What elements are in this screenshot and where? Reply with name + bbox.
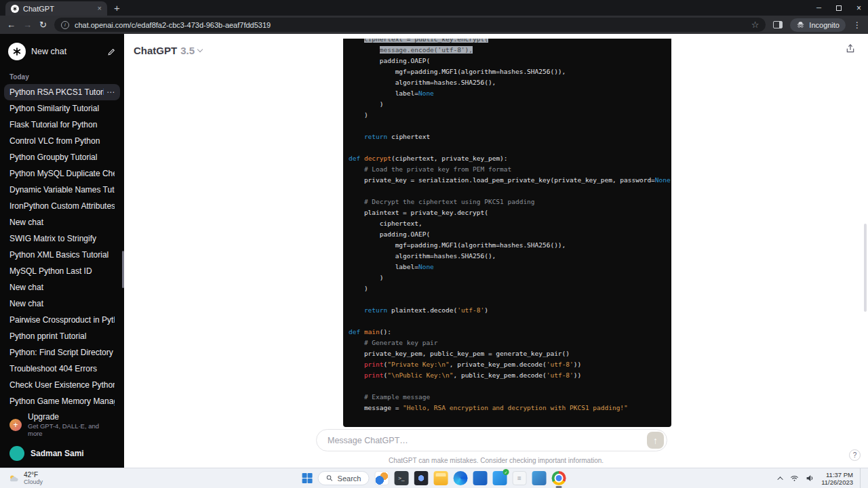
share-button[interactable] <box>844 42 857 56</box>
profile-button[interactable]: Sadman Sami <box>4 441 120 464</box>
code-line: padding.OAEP( <box>349 229 666 240</box>
side-panel-icon[interactable] <box>773 21 783 28</box>
sidebar-chat-item[interactable]: Python XML Basics Tutorial <box>4 247 120 263</box>
start-button[interactable] <box>302 473 313 483</box>
clock-date: 11/26/2023 <box>821 479 853 486</box>
browser-menu-icon[interactable]: ⋮ <box>853 20 861 30</box>
message-input[interactable] <box>326 435 647 446</box>
code-line: message = "Hello, RSA encryption and dec… <box>349 403 666 413</box>
sidebar-chat-item[interactable]: Check User Existence Python <box>4 377 120 393</box>
url-text[interactable]: chat.openai.com/c/edaf8fa2-cbc3-473d-963… <box>75 21 746 29</box>
volume-icon[interactable] <box>806 474 814 483</box>
chat-item-label: Flask Tutorial for Python <box>9 120 115 129</box>
sidebar-chat-item[interactable]: Control VLC from Python <box>4 133 120 149</box>
sidebar-chat-item[interactable]: New chat <box>4 214 120 230</box>
sidebar-chat-item[interactable]: Python Game Memory Management <box>4 393 120 408</box>
code-line <box>349 186 666 197</box>
site-info-icon[interactable]: i <box>61 21 69 29</box>
sidebar-chat-item[interactable]: MySQL Python Last ID <box>4 263 120 279</box>
sidebar-chat-item[interactable]: Flask Tutorial for Python <box>4 117 120 133</box>
new-tab-button[interactable]: + <box>114 2 120 14</box>
chat-item-label: Dynamic Variable Names Tutorial <box>9 185 115 195</box>
sidebar-chat-item[interactable]: Python: Find Script Directory <box>4 344 120 361</box>
taskbar-app-explorer-icon[interactable] <box>433 471 448 485</box>
help-button[interactable]: ? <box>849 449 861 461</box>
chatgpt-favicon-icon <box>11 5 19 13</box>
code-line: private_key_pem, public_key_pem = genera… <box>349 348 666 359</box>
wifi-icon[interactable] <box>790 474 799 483</box>
chat-item-label: Python XML Basics Tutorial <box>9 250 115 260</box>
model-version: 3.5 <box>180 45 195 56</box>
taskbar-search[interactable]: Search <box>318 471 370 485</box>
sidebar-chat-item[interactable]: Python Groupby Tutorial <box>4 149 120 165</box>
taskbar-app-terminal-icon[interactable] <box>394 471 408 485</box>
sidebar-chat-item[interactable]: Pairwise Crossproduct in Python <box>4 312 120 328</box>
chat-main: ChatGPT 3.5 ciphertext = public_key.encr… <box>124 34 868 468</box>
send-button[interactable]: ↑ <box>647 432 664 449</box>
sidebar-chat-item[interactable]: Dynamic Variable Names Tutorial <box>4 182 120 198</box>
code-line <box>349 121 666 131</box>
code-line <box>349 142 666 153</box>
incognito-spy-icon <box>796 20 805 29</box>
weather-widget[interactable]: 42°F Cloudy <box>0 471 51 486</box>
chat-item-label: Check User Existence Python <box>9 380 115 390</box>
sidebar-chat-item[interactable]: Troubleshoot 404 Errors <box>4 361 120 377</box>
bookmark-star-icon[interactable]: ☆ <box>751 20 760 30</box>
share-icon <box>845 43 856 54</box>
sidebar-chat-item[interactable]: Python MySQL Duplicate Check <box>4 165 120 182</box>
taskbar-app-code-icon[interactable] <box>532 471 546 485</box>
chat-item-options-icon[interactable]: ⋯ <box>106 87 115 97</box>
code-line: mgf=padding.MGF1(algorithm=hashes.SHA256… <box>349 66 666 77</box>
forward-button[interactable]: → <box>23 20 32 29</box>
taskbar-app-checked-icon[interactable]: ✓ <box>492 471 507 485</box>
window-minimize-button[interactable]: ─ <box>816 4 821 12</box>
taskbar-app-people-icon[interactable] <box>374 471 389 485</box>
code-line: return ciphertext <box>349 131 666 142</box>
taskbar-app-notes-icon[interactable] <box>512 471 526 485</box>
code-line: algorithm=hashes.SHA256(), <box>349 251 666 262</box>
new-chat-pencil-icon[interactable] <box>107 47 116 56</box>
sidebar-chat-item[interactable]: Python Similarity Tutorial <box>4 100 120 117</box>
back-button[interactable]: ← <box>7 20 16 29</box>
code-line: mgf=padding.MGF1(algorithm=hashes.SHA256… <box>349 240 666 251</box>
taskbar-app-word-icon[interactable] <box>473 471 487 485</box>
sidebar-chat-item[interactable]: New chat <box>4 296 120 312</box>
taskbar-app-chrome-icon[interactable] <box>551 471 566 485</box>
sidebar-chat-item[interactable]: Python pprint Tutorial <box>4 328 120 344</box>
tray-chevron-up-icon[interactable] <box>777 476 783 482</box>
chat-scrollbar[interactable] <box>864 224 867 312</box>
code-line: print("Private Key:\n", private_key_pem.… <box>349 359 666 370</box>
taskbar-clock[interactable]: 11:37 PM 11/26/2023 <box>821 471 853 486</box>
sidebar-chat-item[interactable]: New chat <box>4 279 120 296</box>
chat-item-label: Python pprint Tutorial <box>9 331 115 341</box>
history-section-label: Today <box>9 73 115 81</box>
model-selector[interactable]: ChatGPT 3.5 <box>128 41 208 60</box>
chat-item-label: New chat <box>9 299 115 308</box>
taskbar-apps: ✓ <box>374 471 566 485</box>
upgrade-subtitle: Get GPT-4, DALL·E, and more <box>28 422 115 437</box>
window-restore-button[interactable] <box>836 5 842 11</box>
browser-tab[interactable]: ChatGPT × <box>5 1 107 16</box>
weather-icon <box>8 474 20 483</box>
upgrade-button[interactable]: + Upgrade Get GPT-4, DALL·E, and more <box>4 408 120 441</box>
screen: ChatGPT × + ─ × ← → ↻ i chat.openai.com/… <box>0 0 868 488</box>
window-close-button[interactable]: × <box>856 3 861 13</box>
show-desktop-button[interactable] <box>860 468 863 488</box>
search-label: Search <box>338 474 361 483</box>
tab-close-icon[interactable]: × <box>98 5 102 12</box>
new-chat-button[interactable]: New chat <box>4 39 120 64</box>
avatar <box>9 446 24 461</box>
code-line: ) <box>349 272 666 283</box>
sidebar-chat-item[interactable]: SWIG Matrix to Stringify <box>4 230 120 247</box>
chat-history-list: Python RSA PKCS1 Tutorial⋯Python Similar… <box>4 84 120 408</box>
sidebar-chat-item[interactable]: IronPython Custom Attributes <box>4 198 120 214</box>
message-composer[interactable]: ↑ <box>316 429 667 451</box>
reload-button[interactable]: ↻ <box>39 20 47 29</box>
taskbar-app-edge-icon[interactable] <box>453 471 467 485</box>
clock-time: 11:37 PM <box>821 471 853 479</box>
sidebar-chat-item[interactable]: Python RSA PKCS1 Tutorial⋯ <box>4 84 120 100</box>
code-line: # Load the private key from PEM format <box>349 164 666 175</box>
taskbar-app-messenger-icon[interactable] <box>414 471 428 485</box>
url-bar[interactable]: i chat.openai.com/c/edaf8fa2-cbc3-473d-9… <box>54 18 766 32</box>
disclaimer-text: ChatGPT can make mistakes. Consider chec… <box>124 457 868 464</box>
